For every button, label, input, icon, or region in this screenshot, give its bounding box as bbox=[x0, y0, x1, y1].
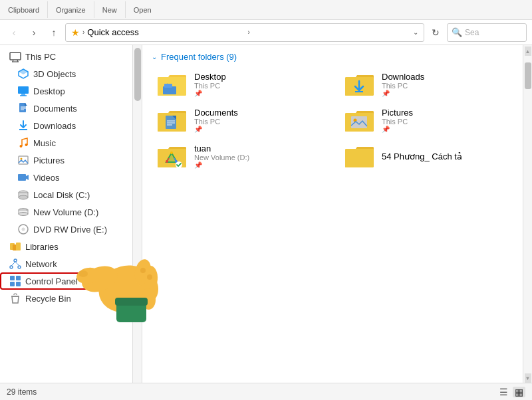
folder-sub-downloads: This PC bbox=[382, 82, 509, 90]
left-scrollbar[interactable] bbox=[133, 45, 142, 383]
search-box[interactable]: 🔍 Sea bbox=[447, 23, 527, 42]
folder-pin-downloads: 📌 bbox=[382, 90, 509, 97]
main-content: This PC 3D Objects Desktop bbox=[0, 45, 532, 383]
svg-rect-42 bbox=[16, 282, 21, 286]
address-bar: ‹ › ↑ ★ › Quick access › ⌄ ↻ 🔍 Sea bbox=[0, 20, 532, 45]
folder-item-downloads[interactable]: Downloads This PC 📌 bbox=[339, 68, 513, 100]
details-view-btn[interactable]: ☰ bbox=[497, 387, 510, 397]
nav-label-dvd-rw: DVD RW Drive (E:) bbox=[33, 225, 107, 235]
svg-point-26 bbox=[19, 213, 28, 216]
item-count: 29 items bbox=[7, 387, 37, 397]
nav-label-local-disk-c: Local Disk (C:) bbox=[33, 190, 90, 200]
star-icon: ★ bbox=[71, 27, 80, 38]
svg-point-59 bbox=[170, 151, 173, 154]
nav-item-libraries[interactable]: Libraries bbox=[0, 238, 132, 255]
svg-point-30 bbox=[23, 229, 24, 230]
folder-thumb-desktop bbox=[156, 71, 188, 98]
nav-label-this-pc: This PC bbox=[25, 52, 56, 62]
toolbar-new: New bbox=[94, 1, 126, 18]
svg-rect-19 bbox=[18, 174, 26, 181]
search-placeholder: Sea bbox=[465, 28, 479, 37]
back-button[interactable]: ‹ bbox=[5, 24, 23, 41]
nav-item-desktop[interactable]: Desktop bbox=[0, 82, 132, 100]
scroll-down-btn[interactable]: ▼ bbox=[525, 373, 531, 383]
right-scrollbar[interactable]: ▲ ▼ bbox=[523, 45, 532, 383]
control-panel-icon bbox=[9, 275, 21, 287]
breadcrumb-end-chevron: › bbox=[248, 29, 250, 36]
downloads-icon bbox=[17, 120, 29, 132]
nav-item-3d-objects[interactable]: 3D Objects bbox=[0, 65, 132, 82]
nav-item-recycle-bin[interactable]: Recycle Bin bbox=[0, 290, 132, 307]
svg-rect-17 bbox=[19, 156, 28, 164]
3d-objects-icon bbox=[17, 68, 29, 80]
folder-info-pictures: Pictures This PC 📌 bbox=[382, 108, 509, 133]
folder-pin-pictures: 📌 bbox=[382, 126, 509, 133]
svg-marker-5 bbox=[19, 69, 28, 74]
nav-item-control-panel[interactable]: Control Panel bbox=[0, 272, 132, 290]
left-scroll-thumb bbox=[134, 48, 141, 101]
folder-sub-pictures: This PC bbox=[382, 118, 509, 126]
nav-item-downloads[interactable]: Downloads bbox=[0, 117, 132, 134]
scroll-up-btn[interactable]: ▲ bbox=[525, 47, 531, 56]
folder-item-documents[interactable]: Documents This PC 📌 bbox=[152, 104, 326, 136]
svg-rect-0 bbox=[10, 52, 21, 60]
nav-item-documents[interactable]: Documents bbox=[0, 100, 132, 117]
breadcrumb-text: Quick access bbox=[87, 27, 245, 37]
up-button[interactable]: ↑ bbox=[45, 24, 63, 41]
nav-label-pictures: Pictures bbox=[33, 155, 65, 165]
folder-thumb-downloads bbox=[343, 71, 375, 98]
svg-line-37 bbox=[11, 262, 15, 266]
folder-pin-desktop: 📌 bbox=[194, 90, 322, 97]
view-controls: ☰ ▦ bbox=[497, 387, 525, 397]
nav-item-pictures[interactable]: Pictures bbox=[0, 151, 132, 169]
svg-marker-20 bbox=[26, 175, 29, 180]
nav-label-new-volume-d: New Volume (D:) bbox=[33, 207, 98, 217]
svg-point-36 bbox=[18, 266, 21, 268]
svg-point-16 bbox=[25, 144, 28, 146]
nav-item-local-disk-c[interactable]: Local Disk (C:) bbox=[0, 186, 132, 203]
address-input[interactable]: ★ › Quick access › ⌄ bbox=[65, 23, 424, 42]
nav-item-new-volume-d[interactable]: New Volume (D:) bbox=[0, 203, 132, 221]
address-dropdown-arrow[interactable]: ⌄ bbox=[413, 29, 418, 36]
svg-rect-6 bbox=[18, 86, 29, 94]
right-scroll-thumb bbox=[525, 62, 531, 89]
nav-item-dvd-rw[interactable]: DVD RW Drive (E:) bbox=[0, 221, 132, 238]
status-bar: 29 items ☰ ▦ bbox=[0, 383, 532, 400]
folder-name-downloads: Downloads bbox=[382, 72, 509, 82]
svg-rect-33 bbox=[16, 243, 21, 250]
toolbar-organize: Organize bbox=[48, 1, 94, 18]
folder-sub-tuan: New Volume (D:) bbox=[194, 153, 322, 161]
folder-item-pictures[interactable]: Pictures This PC 📌 bbox=[339, 104, 513, 136]
nav-item-this-pc[interactable]: This PC bbox=[0, 48, 132, 65]
toolbar: Clipboard Organize New Open bbox=[0, 0, 532, 20]
folder-item-desktop[interactable]: Desktop This PC 📌 bbox=[152, 68, 326, 100]
folder-name-tuan: tuan bbox=[194, 144, 322, 153]
folder-info-54-phuong: 54 Phương_ Cách tả bbox=[382, 151, 509, 161]
folder-thumb-pictures bbox=[343, 107, 375, 134]
folder-item-tuan[interactable]: tuan New Volume (D:) 📌 bbox=[152, 140, 326, 172]
refresh-button[interactable]: ↻ bbox=[427, 24, 444, 41]
svg-point-27 bbox=[26, 209, 27, 211]
local-disk-c-icon bbox=[17, 189, 29, 201]
scroll-track bbox=[525, 56, 531, 373]
svg-rect-41 bbox=[10, 282, 15, 286]
folder-item-54-phuong[interactable]: 54 Phương_ Cách tả bbox=[339, 140, 513, 172]
folder-thumb-tuan bbox=[156, 143, 188, 169]
libraries-icon bbox=[9, 241, 21, 252]
nav-item-music[interactable]: Music bbox=[0, 134, 132, 151]
folder-name-54-phuong: 54 Phương_ Cách tả bbox=[382, 151, 509, 161]
section-title: Frequent folders (9) bbox=[161, 52, 237, 62]
folder-name-documents: Documents bbox=[194, 108, 322, 118]
toolbar-clipboard: Clipboard bbox=[0, 1, 48, 18]
folder-pin-documents: 📌 bbox=[194, 126, 322, 133]
large-icons-view-btn[interactable]: ▦ bbox=[513, 387, 525, 397]
nav-label-desktop: Desktop bbox=[33, 86, 65, 96]
nav-label-documents: Documents bbox=[33, 104, 77, 114]
nav-item-network[interactable]: Network bbox=[0, 255, 132, 272]
folder-pin-tuan: 📌 bbox=[194, 161, 322, 169]
svg-rect-53 bbox=[351, 116, 367, 128]
nav-item-videos[interactable]: Videos bbox=[0, 169, 132, 186]
toolbar-open: Open bbox=[126, 1, 160, 18]
nav-label-music: Music bbox=[33, 138, 56, 148]
forward-button[interactable]: › bbox=[25, 24, 43, 41]
